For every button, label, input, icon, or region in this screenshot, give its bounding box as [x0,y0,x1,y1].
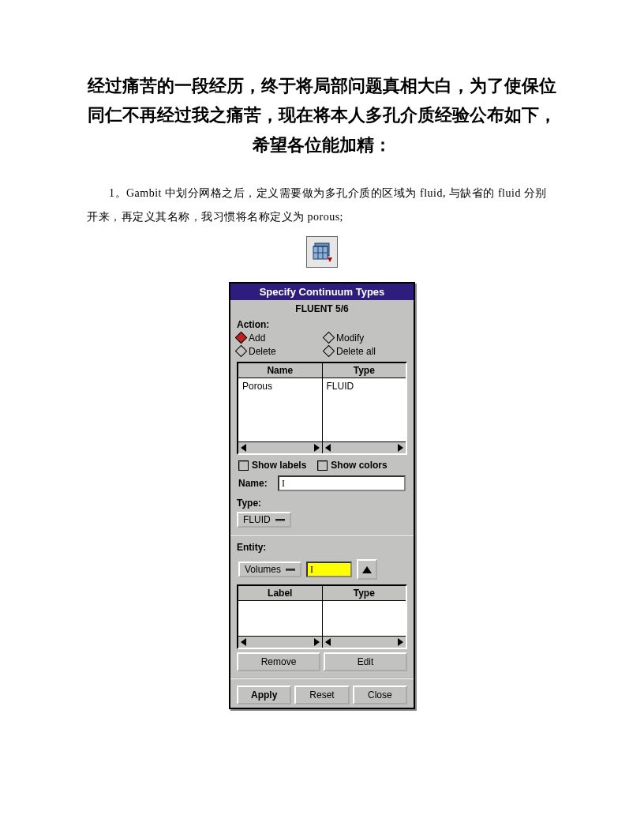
dialog-title: Specify Continuum Types [230,284,414,300]
checkbox-icon [238,460,249,471]
svg-marker-6 [328,257,332,262]
arrow-left-icon [325,638,331,646]
entity-combo[interactable]: Volumes [238,562,301,577]
checkbox-icon [317,460,328,471]
cell-empty [323,601,406,636]
entity-input[interactable]: I [306,562,352,577]
type-label: Type: [237,498,407,509]
entity-list[interactable]: Label Type [237,584,407,649]
entity-label: Entity: [237,542,407,553]
apply-button[interactable]: Apply [237,686,291,704]
check-show-colors[interactable]: Show colors [317,460,387,471]
remove-button[interactable]: Remove [237,652,320,671]
cell-type[interactable]: FLUID [323,378,406,441]
diamond-icon [235,332,248,344]
name-label: Name: [238,478,273,489]
action-label: Action: [237,319,407,330]
combo-value: FLUID [243,514,271,525]
document-title: 经过痛苦的一段经历，终于将局部问题真相大白，为了使保位同仁不再经过我之痛苦，现在… [87,71,557,160]
arrow-left-icon [241,638,246,646]
combo-handle-icon [286,569,295,571]
text-cursor-icon: I [282,478,285,490]
check-show-labels[interactable]: Show labels [238,460,306,471]
col-header-type: Type [323,363,406,378]
radio-label: Modify [336,332,364,344]
col-header-name: Name [238,363,323,378]
diamond-icon [323,332,335,344]
reset-button[interactable]: Reset [294,686,349,704]
diamond-icon [235,345,248,358]
dialog-subtitle: FLUENT 5/6 [230,300,414,316]
arrow-up-icon [362,566,372,573]
list-scrollbar[interactable] [238,441,406,453]
cell-empty [238,601,323,636]
radio-delete-all[interactable]: Delete all [324,346,407,357]
radio-modify[interactable]: Modify [324,332,407,344]
arrow-right-icon [314,638,320,646]
specify-continuum-dialog: Specify Continuum Types FLUENT 5/6 Actio… [229,282,415,709]
text-cursor-icon: I [310,564,313,576]
col-header-type: Type [323,586,406,600]
combo-value: Volumes [245,564,281,575]
radio-delete[interactable]: Delete [237,346,320,357]
edit-button[interactable]: Edit [324,652,407,671]
arrow-left-icon [325,444,331,452]
radio-add[interactable]: Add [237,332,320,344]
list-scrollbar[interactable] [238,636,406,648]
continuum-list[interactable]: Name Type Porous FLUID [237,362,407,455]
radio-label: Add [249,332,265,344]
diamond-icon [323,345,335,358]
cell-name[interactable]: Porous [238,378,323,441]
combo-handle-icon [275,519,285,521]
col-header-label: Label [238,586,323,600]
arrow-left-icon [241,444,246,452]
arrow-right-icon [314,444,320,452]
type-combo[interactable]: FLUID [237,512,291,528]
arrow-right-icon [398,444,403,452]
radio-label: Delete [249,346,276,357]
continuum-types-icon[interactable] [306,236,338,268]
radio-label: Delete all [336,346,376,357]
entity-up-button[interactable] [357,559,377,580]
name-input[interactable]: I [278,475,406,491]
paragraph-1: 1。Gambit 中划分网格之后，定义需要做为多孔介质的区域为 fluid, 与… [87,182,557,228]
arrow-right-icon [398,638,403,646]
close-button[interactable]: Close [353,686,407,704]
